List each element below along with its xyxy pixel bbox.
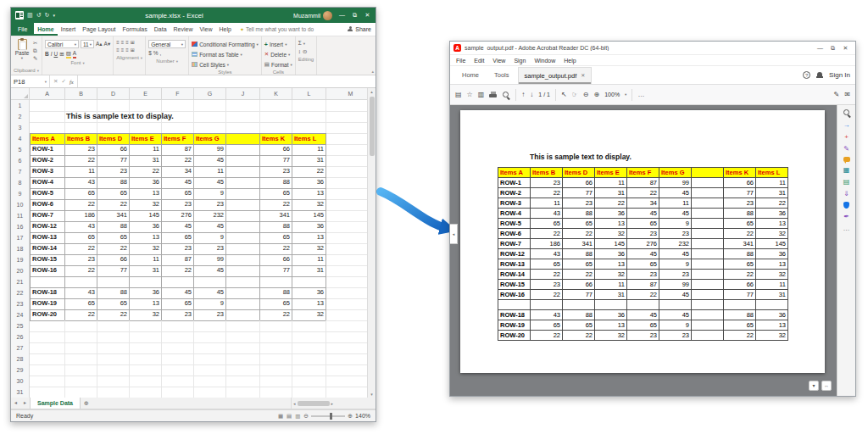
excel-cell-G24[interactable]: 23: [194, 309, 226, 321]
excel-cell-L11[interactable]: 145: [292, 210, 326, 222]
excel-cell-L3[interactable]: [292, 122, 326, 134]
excel-cell-E25[interactable]: [130, 320, 162, 332]
excel-column-header-A[interactable]: A: [30, 88, 65, 100]
excel-column-header-B[interactable]: B: [65, 88, 97, 100]
excel-row-header-17[interactable]: 17: [11, 232, 30, 244]
excel-cell-F1[interactable]: [162, 100, 194, 112]
excel-cell-G23[interactable]: 9: [194, 298, 226, 310]
excel-cell-F3[interactable]: [162, 122, 194, 134]
underline-button[interactable]: U: [53, 51, 58, 58]
excel-cell-D23[interactable]: 65: [97, 298, 130, 310]
excel-row-header-26[interactable]: 26: [11, 331, 30, 343]
excel-cell-G19[interactable]: 99: [194, 254, 226, 266]
format-painter-icon[interactable]: ✎: [33, 55, 37, 61]
excel-cell-F9[interactable]: 65: [162, 188, 194, 200]
excel-cell-F18[interactable]: 23: [162, 243, 194, 255]
excel-cell-A23[interactable]: ROW-19: [30, 298, 65, 310]
excel-row-header-23[interactable]: 23: [11, 298, 30, 310]
excel-cell-L6[interactable]: 31: [292, 155, 326, 167]
excel-cell-F31[interactable]: [162, 387, 194, 398]
excel-cell-G30[interactable]: [194, 376, 226, 387]
excel-cell-G28[interactable]: [194, 353, 226, 365]
redo-icon[interactable]: ↻: [45, 11, 50, 19]
excel-cell-G9[interactable]: 9: [194, 188, 226, 200]
excel-horizontal-scrollbar[interactable]: ◂ ▸: [291, 398, 376, 409]
excel-cell-F11[interactable]: 276: [162, 210, 194, 222]
excel-cell-E7[interactable]: 22: [130, 166, 162, 178]
collapse-ribbon-icon[interactable]: ▴: [371, 69, 374, 74]
excel-cell-B9[interactable]: 65: [65, 188, 97, 200]
excel-cell-L18[interactable]: 32: [292, 243, 326, 255]
excel-cell-D21[interactable]: [97, 276, 130, 288]
excel-cell-A27[interactable]: [30, 342, 65, 354]
insert-function-icon[interactable]: fx: [70, 79, 74, 85]
excel-cell-J2[interactable]: [226, 111, 260, 123]
excel-cell-F7[interactable]: 34: [162, 166, 194, 178]
excel-row-header-9[interactable]: 9: [11, 188, 30, 200]
cancel-entry-icon[interactable]: ✕: [53, 78, 58, 85]
font-size-select[interactable]: 11▾: [81, 40, 94, 48]
wrap-text-icon[interactable]: ⊞: [131, 40, 135, 46]
excel-cell-E9[interactable]: 13: [130, 188, 162, 200]
excel-row-header-31[interactable]: 31: [11, 387, 30, 398]
excel-cell-E28[interactable]: [130, 353, 162, 365]
excel-cell-D28[interactable]: [97, 353, 130, 365]
excel-cell-L30[interactable]: [292, 376, 326, 387]
align-top-icon[interactable]: ≡: [116, 40, 120, 46]
pdf-document-tab[interactable]: sample_output.pdf ✕: [518, 67, 593, 84]
excel-cell-F6[interactable]: 22: [162, 155, 194, 167]
pdf-tab-home[interactable]: Home: [455, 66, 486, 84]
excel-minimize-button[interactable]: ―: [336, 8, 348, 23]
excel-cell-F27[interactable]: [162, 342, 194, 354]
borders-icon[interactable]: ⊞: [59, 51, 64, 58]
excel-cell-D9[interactable]: 65: [97, 188, 130, 200]
excel-cell-L22[interactable]: 36: [292, 287, 326, 299]
excel-restore-button[interactable]: ⧉: [348, 8, 361, 23]
excel-cell-E29[interactable]: [130, 364, 162, 376]
excel-cell-B24[interactable]: 22: [65, 309, 97, 321]
excel-account[interactable]: Muzammil: [293, 11, 332, 20]
excel-cell-J23[interactable]: [226, 298, 260, 310]
save-icon[interactable]: ▥: [27, 11, 33, 19]
excel-cell-B7[interactable]: 11: [65, 166, 97, 178]
pdf-menu-sign[interactable]: Sign: [509, 58, 530, 64]
excel-cell-E22[interactable]: 36: [130, 287, 162, 299]
zoom-out-icon[interactable]: ⊖: [303, 413, 309, 420]
excel-cell-E17[interactable]: 13: [130, 232, 162, 244]
font-name-select[interactable]: Calibri▾: [45, 40, 79, 48]
excel-cell-A29[interactable]: [30, 364, 65, 376]
excel-cell-D19[interactable]: 66: [97, 254, 130, 266]
excel-cell-B30[interactable]: [65, 376, 97, 387]
excel-cell-L9[interactable]: 13: [292, 188, 326, 200]
excel-cell-D6[interactable]: 77: [97, 155, 130, 167]
excel-cell-L26[interactable]: [292, 331, 326, 343]
currency-icon[interactable]: $: [148, 50, 152, 57]
clipboard-dialog-launcher-icon[interactable]: ▾: [37, 69, 39, 73]
excel-cell-L28[interactable]: [292, 353, 326, 365]
excel-row-header-27[interactable]: 27: [11, 342, 30, 354]
excel-cell-A24[interactable]: ROW-20: [30, 309, 65, 321]
excel-cell-G2[interactable]: [194, 111, 226, 123]
excel-cell-K22[interactable]: 88: [260, 287, 292, 299]
excel-cell-L25[interactable]: [292, 320, 326, 332]
excel-cell-A16[interactable]: ROW-12: [30, 221, 65, 233]
excel-cell-F26[interactable]: [162, 331, 194, 343]
hand-tool-icon[interactable]: ☞: [572, 91, 578, 99]
merge-center-icon[interactable]: ⊞: [131, 47, 135, 53]
excel-cell-L8[interactable]: 36: [292, 177, 326, 189]
excel-row-header-18[interactable]: 18: [11, 243, 30, 255]
excel-cell-D8[interactable]: 88: [97, 177, 130, 189]
excel-row-header-22[interactable]: 22: [11, 287, 30, 299]
excel-cell-E18[interactable]: 32: [130, 243, 162, 255]
excel-cell-E24[interactable]: 32: [130, 309, 162, 321]
excel-cell-E11[interactable]: 145: [130, 210, 162, 222]
excel-cell-J5[interactable]: [226, 144, 260, 156]
excel-zoom-level[interactable]: 140%: [355, 413, 370, 419]
pdf-menu-view[interactable]: View: [488, 58, 509, 64]
excel-cell-A8[interactable]: ROW-4: [30, 177, 65, 189]
excel-row-header-25[interactable]: 25: [11, 320, 30, 332]
undo-icon[interactable]: ↺: [36, 11, 42, 19]
page-indicator[interactable]: 1 / 1: [538, 92, 550, 97]
excel-cell-B5[interactable]: 23: [65, 144, 97, 156]
excel-cell-K4[interactable]: Items K: [260, 133, 292, 145]
